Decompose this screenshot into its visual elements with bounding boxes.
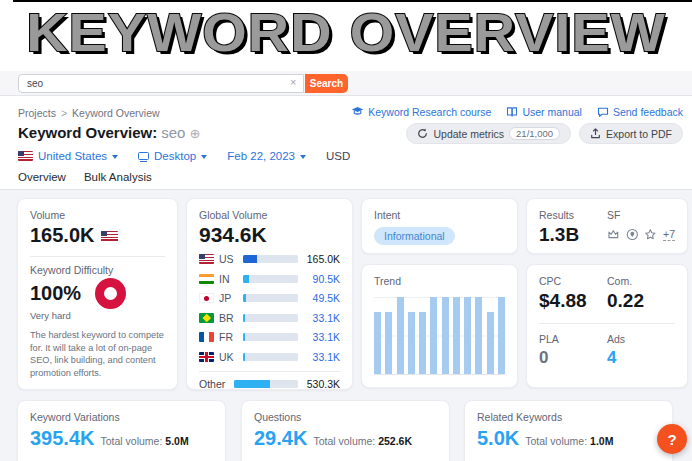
help-button[interactable]: ? — [657, 424, 687, 454]
questions-label: Questions — [254, 411, 437, 423]
filter-bar: United States Desktop Feb 22, 2023 USD — [18, 150, 350, 162]
keyword-overview-screen: KEYWORD OVERVIEW × Search Projects>Keywo… — [0, 0, 692, 461]
search-input[interactable] — [18, 74, 304, 93]
keyword-variations-label: Keyword Variations — [30, 411, 213, 423]
ads-value[interactable]: 4 — [607, 348, 675, 368]
add-keyword-icon[interactable]: ⊕ — [189, 126, 200, 141]
search-button[interactable]: Search — [305, 74, 348, 93]
results-card: Results 1.3B SF +7 — [526, 198, 688, 254]
country-volume-row: UK 33.1K — [199, 349, 340, 364]
export-pdf-label: Export to PDF — [606, 128, 672, 140]
country-code: BR — [219, 312, 238, 324]
country-code: IN — [219, 273, 238, 285]
country-volume-row: BR 33.1K — [199, 310, 340, 325]
country-volume-row: FR 33.1K — [199, 330, 340, 345]
related-keywords-value[interactable]: 5.0K — [477, 427, 519, 450]
questions-value[interactable]: 29.4K — [254, 427, 307, 450]
country-filter[interactable]: United States — [18, 150, 118, 162]
export-pdf-button[interactable]: Export to PDF — [579, 123, 683, 144]
other-label: Other — [199, 378, 229, 390]
competition-value: 0.22 — [607, 290, 675, 312]
toolbar-link-label: Keyword Research course — [368, 106, 491, 118]
country-volume-value[interactable]: 33.1K — [303, 312, 340, 324]
trend-label: Trend — [374, 275, 505, 287]
trend-bar — [430, 297, 437, 374]
related-keywords-card: Related Keywords 5.0K Total volume: 1.0M — [464, 400, 673, 461]
cpc-value: $4.88 — [539, 290, 607, 312]
volume-value: 165.0K — [30, 224, 95, 247]
update-metrics-label: Update metrics — [433, 128, 504, 140]
page-title-prefix: Keyword Overview: — [18, 124, 157, 141]
uk-flag-icon — [199, 352, 214, 362]
update-metrics-button[interactable]: Update metrics 21/1,000 — [406, 123, 571, 144]
keyword-variations-value[interactable]: 395.4K — [30, 427, 95, 450]
country-volume-value[interactable]: 33.1K — [303, 351, 340, 363]
serp-features-label: SF — [607, 209, 675, 221]
clear-search-icon[interactable]: × — [290, 76, 296, 88]
us-flag-icon — [18, 151, 33, 161]
date-filter-label: Feb 22, 2023 — [227, 150, 295, 162]
in-flag-icon — [199, 274, 214, 284]
intent-badge[interactable]: Informational — [374, 227, 455, 245]
difficulty-donut-gauge — [95, 278, 126, 309]
chat-bubble-icon — [597, 106, 609, 118]
sf-more-link[interactable]: +7 — [663, 228, 675, 241]
device-filter[interactable]: Desktop — [138, 150, 207, 162]
pla-value: 0 — [539, 348, 607, 368]
jp-flag-icon — [199, 293, 214, 303]
graduation-cap-icon — [351, 105, 364, 118]
country-code: UK — [219, 351, 238, 363]
country-code: US — [219, 253, 238, 265]
divider — [539, 323, 675, 324]
divider — [30, 256, 165, 257]
cpc-label: CPC — [539, 275, 607, 287]
toolbar-link-label: User manual — [522, 106, 582, 118]
other-volume-row: Other 530.3K — [199, 377, 340, 392]
keyword-research-course-link[interactable]: Keyword Research course — [351, 105, 491, 118]
export-icon — [590, 128, 601, 139]
volume-card: Volume 165.0K Keyword Difficulty 100% Ve… — [17, 198, 178, 390]
page-title: Keyword Overview:seo⊕ — [18, 124, 200, 141]
trend-bar — [385, 312, 392, 374]
volume-bar — [234, 380, 298, 388]
trend-chart — [374, 297, 505, 375]
currency-label: USD — [326, 150, 350, 162]
chevron-down-icon — [201, 155, 207, 159]
volume-bar — [243, 333, 298, 341]
trend-bar — [475, 297, 482, 374]
date-filter[interactable]: Feb 22, 2023 — [227, 150, 306, 162]
country-volume-value[interactable]: 90.5K — [303, 273, 340, 285]
keyword-difficulty-label: Keyword Difficulty — [30, 264, 165, 276]
keyword-difficulty-value: 100% — [30, 282, 81, 305]
us-flag-icon — [199, 254, 214, 264]
device-filter-label: Desktop — [154, 150, 196, 162]
volume-bar — [243, 255, 298, 263]
country-volume-row: IN 90.5K — [199, 271, 340, 286]
breadcrumb-item-projects[interactable]: Projects — [18, 107, 56, 119]
trend-bar — [442, 297, 449, 374]
update-quota-badge: 21/1,000 — [509, 127, 560, 140]
volume-bar — [243, 353, 298, 361]
volume-bar — [243, 314, 298, 322]
br-flag-icon — [199, 313, 214, 323]
country-volume-value[interactable]: 33.1K — [303, 331, 340, 343]
trend-bar — [408, 312, 415, 374]
user-manual-link[interactable]: User manual — [506, 105, 582, 118]
global-volume-value: 934.6K — [199, 223, 340, 247]
chevron-down-icon — [112, 155, 118, 159]
results-value: 1.3B — [539, 224, 607, 246]
trend-bar — [453, 297, 460, 374]
send-feedback-link[interactable]: Send feedback — [597, 105, 683, 118]
total-volume: Total volume: 1.0M — [525, 435, 613, 447]
banner-title: KEYWORD OVERVIEW — [0, 2, 692, 63]
intent-label: Intent — [374, 209, 505, 221]
breadcrumb: Projects>Keyword Overview — [18, 107, 160, 119]
keyword-variations-card: Keyword Variations 395.4K Total volume: … — [17, 400, 226, 461]
toolbar-link-label: Send feedback — [613, 106, 683, 118]
trend-card: Trend — [361, 264, 518, 388]
breadcrumb-item-keyword-overview: Keyword Overview — [72, 107, 160, 119]
other-volume-value: 530.3K — [303, 378, 340, 390]
country-volume-value[interactable]: 49.5K — [303, 292, 340, 304]
country-volume-row: JP 49.5K — [199, 291, 340, 306]
fr-flag-icon — [199, 332, 214, 342]
